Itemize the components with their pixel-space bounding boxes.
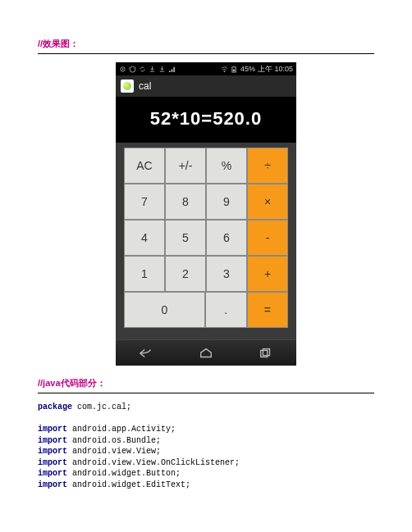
key-percent[interactable]: % xyxy=(206,148,247,184)
key-1[interactable]: 1 xyxy=(124,256,165,292)
import-statement: android.view.View.OnClickListener; xyxy=(67,458,240,467)
key-plus[interactable]: + xyxy=(247,256,288,292)
android-phone-mock: 45% 上午 10:05 cal 52*10=520.0 AC +/- % ÷ … xyxy=(116,62,296,366)
section-header-code: //java代码部分： xyxy=(38,377,374,393)
key-dot[interactable]: . xyxy=(205,292,247,328)
download-icon xyxy=(149,66,156,73)
svg-point-2 xyxy=(224,70,226,72)
java-code-block: package com.jc.cal; import android.app.A… xyxy=(38,402,374,490)
nav-back-button[interactable] xyxy=(130,345,163,361)
key-sign[interactable]: +/- xyxy=(165,148,206,184)
keyword-import: import xyxy=(38,469,67,478)
key-8[interactable]: 8 xyxy=(165,184,206,220)
import-statement: android.app.Activity; xyxy=(67,425,176,434)
key-minus[interactable]: - xyxy=(247,220,288,256)
key-0[interactable]: 0 xyxy=(124,292,205,328)
battery-percent: 45% xyxy=(240,65,255,73)
status-bar: 45% 上午 10:05 xyxy=(116,62,296,75)
battery-icon xyxy=(231,66,238,73)
key-6[interactable]: 6 xyxy=(206,220,247,256)
keyword-import: import xyxy=(38,425,67,434)
sync-icon xyxy=(139,66,146,73)
keyword-import: import xyxy=(38,447,67,456)
key-5[interactable]: 5 xyxy=(165,220,206,256)
screenshot-figure: 45% 上午 10:05 cal 52*10=520.0 AC +/- % ÷ … xyxy=(38,62,374,366)
key-7[interactable]: 7 xyxy=(124,184,165,220)
import-statement: android.view.View; xyxy=(67,447,161,456)
key-equals[interactable]: = xyxy=(247,292,289,328)
package-name: com.jc.cal; xyxy=(72,402,131,412)
signal-icon xyxy=(168,66,176,73)
svg-point-1 xyxy=(122,68,124,70)
key-9[interactable]: 9 xyxy=(206,184,247,220)
svg-rect-4 xyxy=(233,69,236,71)
key-multiply[interactable]: × xyxy=(247,184,288,220)
app-title-bar: cal xyxy=(116,75,296,97)
calculator-display-text: 52*10=520.0 xyxy=(116,108,296,130)
key-ac[interactable]: AC xyxy=(124,148,165,184)
key-4[interactable]: 4 xyxy=(124,220,165,256)
keyword-import: import xyxy=(38,480,67,489)
clock-text: 上午 10:05 xyxy=(258,64,293,75)
calculator-display: 52*10=520.0 xyxy=(116,97,296,143)
wifi-icon xyxy=(221,66,228,73)
calculator-keypad: AC +/- % ÷ 7 8 9 × 4 5 6 - xyxy=(116,143,296,339)
shield-icon xyxy=(129,66,136,73)
app-launcher-icon xyxy=(121,80,134,93)
app-title: cal xyxy=(139,80,151,92)
import-statement: android.widget.EditText; xyxy=(67,480,190,489)
android-nav-bar xyxy=(116,339,296,366)
keyword-import: import xyxy=(38,436,67,445)
key-2[interactable]: 2 xyxy=(165,256,206,292)
key-3[interactable]: 3 xyxy=(206,256,247,292)
import-statement: android.os.Bundle; xyxy=(67,436,161,445)
eye-icon xyxy=(119,66,126,73)
key-divide[interactable]: ÷ xyxy=(247,148,288,184)
download-icon-2 xyxy=(158,66,166,73)
svg-rect-5 xyxy=(233,66,235,66)
nav-home-button[interactable] xyxy=(190,345,222,361)
import-statement: android.widget.Button; xyxy=(67,469,181,478)
nav-recents-button[interactable] xyxy=(249,345,282,361)
keyword-package: package xyxy=(38,402,72,412)
keyword-import: import xyxy=(38,458,67,467)
section-header-screenshot: //效果图： xyxy=(38,38,374,54)
